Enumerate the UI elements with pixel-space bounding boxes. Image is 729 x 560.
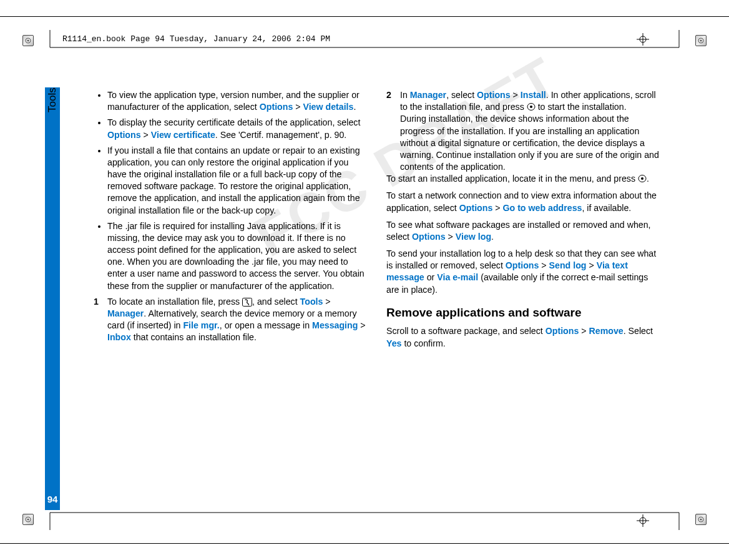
- view-details-link: View details: [303, 102, 353, 112]
- options-link: Options: [260, 102, 293, 112]
- inbox-link: Inbox: [107, 332, 131, 342]
- svg-point-3: [700, 40, 702, 42]
- step-item: In Manager, select Options > Install. In…: [400, 89, 662, 173]
- step-item: To locate an installation file, press , …: [107, 296, 369, 344]
- tools-link: Tools: [300, 297, 323, 307]
- remove-link: Remove: [589, 326, 624, 336]
- options-link: Options: [506, 260, 539, 270]
- send-log-link: Send log: [549, 260, 587, 270]
- section-label: Tools: [46, 97, 59, 112]
- svg-point-5: [27, 519, 29, 521]
- options-link: Options: [107, 130, 141, 140]
- page-body: To view the application type, version nu…: [94, 89, 662, 354]
- paragraph: To start an installed application, locat…: [386, 173, 662, 185]
- paragraph: Scroll to a software package, and select…: [386, 325, 662, 349]
- options-link: Options: [477, 90, 511, 100]
- svg-point-1: [27, 40, 29, 42]
- editor-top-bar: [0, 0, 729, 17]
- paragraph: To see what software packages are instal…: [386, 219, 662, 243]
- step-paragraph: During installation, the device shows in…: [400, 114, 659, 172]
- page-number: 94: [45, 488, 60, 510]
- svg-point-7: [700, 519, 702, 521]
- list-item: If you install a file that contains an u…: [107, 145, 369, 217]
- select-key-icon: [638, 174, 647, 183]
- yes-link: Yes: [386, 338, 401, 348]
- manager-link: Manager: [107, 308, 144, 318]
- editor-bottom-bar: [0, 543, 729, 560]
- svg-point-22: [530, 106, 532, 108]
- options-link: Options: [459, 203, 493, 213]
- list-item: To view the application type, version nu…: [107, 89, 369, 113]
- go-to-web-address-link: Go to web address: [503, 203, 582, 213]
- view-certificate-link: View certificate: [151, 130, 215, 140]
- bullet-list: To view the application type, version nu…: [94, 89, 369, 292]
- section-color-bar: [45, 87, 60, 510]
- view-log-link: View log: [456, 232, 491, 242]
- subheading-remove-apps: Remove applications and software: [386, 305, 662, 321]
- page-ornament-icon: [695, 514, 707, 525]
- options-link: Options: [546, 326, 579, 336]
- file-mgr-link: File mgr.: [183, 320, 219, 330]
- options-link: Options: [412, 232, 446, 242]
- messaging-link: Messaging: [312, 320, 358, 330]
- page-ornament-icon: [22, 35, 34, 46]
- page-ornament-icon: [22, 514, 34, 525]
- list-item: To display the security certificate deta…: [107, 117, 369, 140]
- paragraph: To send your installation log to a help …: [386, 248, 662, 296]
- manager-link: Manager: [410, 90, 446, 100]
- list-item: The .jar file is required for installing…: [107, 220, 369, 292]
- svg-point-24: [641, 177, 643, 180]
- page-ornament-icon: [695, 35, 707, 46]
- install-link: Install: [521, 90, 546, 100]
- paragraph: To start a network connection and to vie…: [386, 190, 662, 214]
- select-key-icon: [527, 102, 536, 111]
- via-email-link: Via e-mail: [437, 272, 478, 282]
- book-header-text: R1114_en.book Page 94 Tuesday, January 2…: [62, 34, 330, 44]
- menu-key-icon: [242, 298, 252, 307]
